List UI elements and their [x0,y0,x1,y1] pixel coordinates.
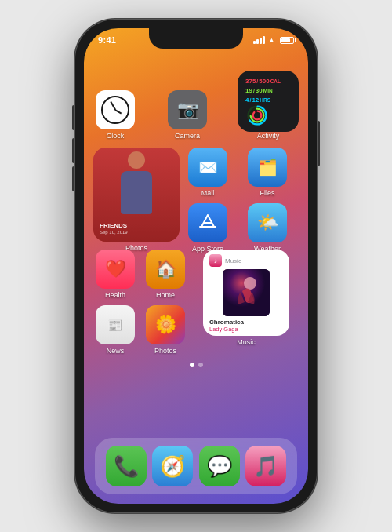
app-item-home[interactable]: 🏠 Home [143,250,187,299]
row-3: ❤️ Health 🏠 Home 📰 [93,250,299,355]
news-label: News [107,347,125,355]
weather-icon[interactable]: 🌤️ [248,203,287,242]
signal-icon [253,36,265,44]
files-label: Files [260,189,274,197]
photos-widget[interactable]: FRIENDS Sep 10, 2019 [93,148,180,242]
messages-dock-icon[interactable]: 💬 [199,446,240,486]
app-item-files[interactable]: 🗂️ Files [245,148,289,197]
app-item-health[interactable]: ❤️ Health [93,250,137,299]
page-dots [93,363,299,367]
home-label: Home [156,291,175,299]
music-widget-container[interactable]: ♪ Music [194,250,299,346]
music-widget-label: Music [225,257,241,264]
photos-widget-container[interactable]: FRIENDS Sep 10, 2019 Photos [93,148,180,242]
app-item-appstore[interactable]: App Store [186,203,230,253]
svg-point-5 [253,111,262,120]
app-item-news[interactable]: 📰 News [93,305,137,355]
health-icon[interactable]: ❤️ [96,250,135,289]
clock-label: Clock [107,132,125,140]
music-album-art [223,269,270,316]
safari-dock-icon[interactable]: 🧭 [152,446,193,486]
page-dot-2 [198,363,203,367]
dock-item-music[interactable]: 🎵 [245,446,286,486]
friends-label: FRIENDS Sep 10, 2019 [100,222,128,235]
music-note-icon: ♪ [209,254,222,267]
camera-icon[interactable]: 📷 [168,90,207,129]
app-item-mail[interactable]: ✉️ Mail [186,148,230,197]
mail-icon[interactable]: ✉️ [188,148,227,187]
battery-icon [280,37,294,44]
photos-small-label: Photos [154,347,176,355]
page-dot-1 [190,363,194,367]
dock-item-messages[interactable]: 💬 [199,446,240,486]
app-item-clock[interactable]: Clock [93,90,137,140]
svg-point-9 [244,277,256,290]
home-icon[interactable]: 🏠 [146,250,185,289]
music-dock-icon[interactable]: 🎵 [245,446,286,486]
row3-left-icons: ❤️ Health 🏠 Home 📰 [93,250,187,355]
music-widget-header: ♪ Music [203,250,289,269]
appstore-icon[interactable] [188,203,227,242]
status-icons: ▲ [253,36,294,44]
dock-item-phone[interactable]: 📞 [106,446,147,486]
right-icons-grid: ✉️ Mail 🗂️ Files [186,148,299,242]
camera-label: Camera [175,132,200,140]
activity-widget[interactable]: 375 / 500 CAL 19 / 30 MIN [238,71,299,132]
clock-icon[interactable] [96,90,135,129]
music-title: Chromatica [209,319,283,326]
mail-label: Mail [201,189,215,197]
app-item-photos-small[interactable]: 🌼 Photos [143,305,187,355]
wifi-icon: ▲ [268,36,275,44]
activity-rings-icon [244,105,270,126]
news-icon[interactable]: 📰 [96,305,135,344]
widgets-row-2: FRIENDS Sep 10, 2019 Photos ✉️ Mail [93,148,299,242]
app-item-weather[interactable]: 🌤️ Weather [245,203,289,253]
status-time: 9:41 [98,35,116,45]
phone-device: 9:41 ▲ [74,19,318,513]
dock: 📞 🧭 💬 🎵 [95,438,297,494]
music-widget-bottom-label: Music [237,338,256,346]
activity-widget-container[interactable]: 375 / 500 CAL 19 / 30 MIN [238,71,299,140]
files-icon[interactable]: 🗂️ [248,148,287,187]
app-row-1: Clock 📷 Camera 375 / [93,71,299,140]
activity-stats: 375 / 500 CAL 19 / 30 MIN [244,77,292,105]
music-info: Chromatica Lady Gaga [203,316,289,336]
dock-item-safari[interactable]: 🧭 [152,446,193,486]
music-widget[interactable]: ♪ Music [203,250,289,336]
screen-content: Clock 📷 Camera 375 / [84,49,308,504]
phone-dock-icon[interactable]: 📞 [106,446,147,486]
app-item-camera[interactable]: 📷 Camera [165,90,209,140]
photos-small-icon[interactable]: 🌼 [146,305,185,344]
health-label: Health [105,291,125,299]
notch [149,28,243,49]
phone-screen: 9:41 ▲ [84,28,308,504]
activity-label: Activity [257,132,280,140]
music-artist: Lady Gaga [209,326,283,333]
